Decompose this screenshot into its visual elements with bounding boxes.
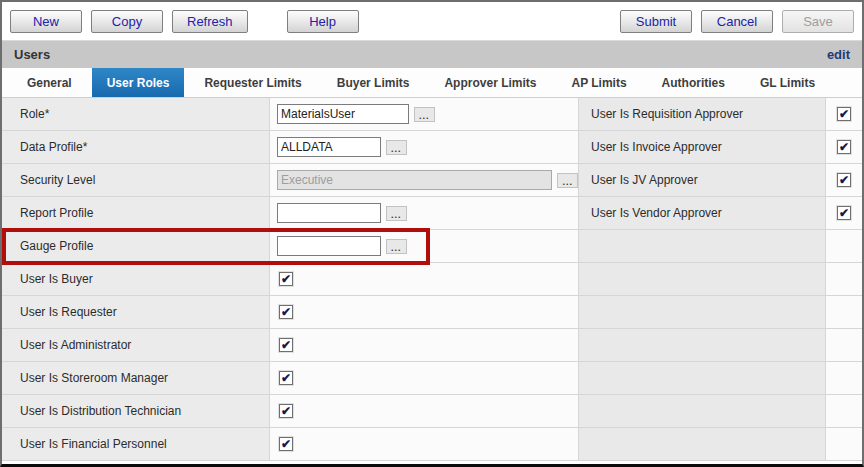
- tab-approver-limits[interactable]: Approver Limits: [429, 68, 551, 97]
- role-lookup-button[interactable]: ...: [414, 107, 435, 122]
- toolbar-right-group: Submit Cancel Save: [620, 10, 854, 33]
- gauge-profile-input[interactable]: [277, 236, 381, 256]
- invoice-approver-checkbox[interactable]: ✔: [837, 140, 851, 154]
- empty-label-cell: [579, 263, 826, 296]
- empty-label-cell: [579, 329, 826, 362]
- security-level-input: [277, 170, 552, 190]
- page-header: Users edit: [2, 40, 862, 68]
- toolbar: New Copy Refresh Help Submit Cancel Save: [2, 2, 862, 40]
- field-label-gauge-profile: Gauge Profile: [2, 230, 270, 263]
- field-label-user-is-buyer: User Is Buyer: [2, 263, 270, 296]
- tab-general[interactable]: General: [12, 68, 87, 97]
- field-label-user-is-storeroom-manager: User Is Storeroom Manager: [2, 362, 270, 395]
- field-label-security-level: Security Level: [2, 164, 270, 197]
- tab-user-roles[interactable]: User Roles: [92, 68, 185, 97]
- empty-label-cell: [579, 428, 826, 461]
- users-window: New Copy Refresh Help Submit Cancel Save…: [0, 0, 864, 467]
- user-is-buyer-checkbox[interactable]: ✔: [279, 272, 293, 286]
- toolbar-left-group: New Copy Refresh Help: [10, 10, 359, 33]
- gauge-profile-lookup-button[interactable]: ...: [386, 239, 407, 254]
- empty-cell: [826, 230, 862, 263]
- field-label-vendor-approver: User Is Vendor Approver: [579, 197, 826, 230]
- copy-button[interactable]: Copy: [91, 10, 163, 33]
- save-button: Save: [782, 10, 854, 33]
- user-is-storeroom-manager-checkbox[interactable]: ✔: [279, 371, 293, 385]
- empty-cell: [826, 329, 862, 362]
- vendor-approver-checkbox[interactable]: ✔: [837, 206, 851, 220]
- tab-authorities[interactable]: Authorities: [647, 68, 740, 97]
- tab-bar: General User Roles Requester Limits Buye…: [2, 68, 862, 98]
- empty-label-cell: [579, 395, 826, 428]
- field-label-requisition-approver: User Is Requisition Approver: [579, 98, 826, 131]
- tab-requester-limits[interactable]: Requester Limits: [189, 68, 316, 97]
- user-roles-form: Role* ... User Is Requisition Approver ✔…: [2, 98, 862, 461]
- field-label-jv-approver: User Is JV Approver: [579, 164, 826, 197]
- field-label-invoice-approver: User Is Invoice Approver: [579, 131, 826, 164]
- cancel-button[interactable]: Cancel: [701, 10, 773, 33]
- tab-gl-limits[interactable]: GL Limits: [745, 68, 830, 97]
- field-label-role: Role*: [2, 98, 270, 131]
- empty-cell: [826, 428, 862, 461]
- field-label-data-profile: Data Profile*: [2, 131, 270, 164]
- field-label-report-profile: Report Profile: [2, 197, 270, 230]
- report-profile-lookup-button[interactable]: ...: [386, 206, 407, 221]
- edit-link[interactable]: edit: [827, 47, 850, 62]
- submit-button[interactable]: Submit: [620, 10, 692, 33]
- report-profile-input[interactable]: [277, 203, 381, 223]
- tab-ap-limits[interactable]: AP Limits: [556, 68, 641, 97]
- refresh-button[interactable]: Refresh: [172, 10, 248, 33]
- security-level-lookup-button[interactable]: ...: [557, 173, 578, 188]
- help-button[interactable]: Help: [287, 10, 359, 33]
- tab-buyer-limits[interactable]: Buyer Limits: [322, 68, 425, 97]
- new-button[interactable]: New: [10, 10, 82, 33]
- empty-cell: [826, 263, 862, 296]
- user-is-requester-checkbox[interactable]: ✔: [279, 305, 293, 319]
- user-is-administrator-checkbox[interactable]: ✔: [279, 338, 293, 352]
- empty-cell: [826, 362, 862, 395]
- empty-cell: [826, 395, 862, 428]
- field-label-user-is-requester: User Is Requester: [2, 296, 270, 329]
- data-profile-lookup-button[interactable]: ...: [386, 140, 407, 155]
- jv-approver-checkbox[interactable]: ✔: [837, 173, 851, 187]
- user-is-financial-personnel-checkbox[interactable]: ✔: [279, 437, 293, 451]
- role-input[interactable]: [277, 104, 409, 124]
- field-label-user-is-administrator: User Is Administrator: [2, 329, 270, 362]
- field-label-user-is-distribution-technician: User Is Distribution Technician: [2, 395, 270, 428]
- user-is-distribution-technician-checkbox[interactable]: ✔: [279, 404, 293, 418]
- page-title: Users: [14, 47, 50, 62]
- requisition-approver-checkbox[interactable]: ✔: [837, 107, 851, 121]
- field-label-user-is-financial-personnel: User Is Financial Personnel: [2, 428, 270, 461]
- empty-label-cell: [579, 230, 826, 263]
- empty-label-cell: [579, 362, 826, 395]
- data-profile-input[interactable]: [277, 137, 381, 157]
- empty-label-cell: [579, 296, 826, 329]
- empty-cell: [826, 296, 862, 329]
